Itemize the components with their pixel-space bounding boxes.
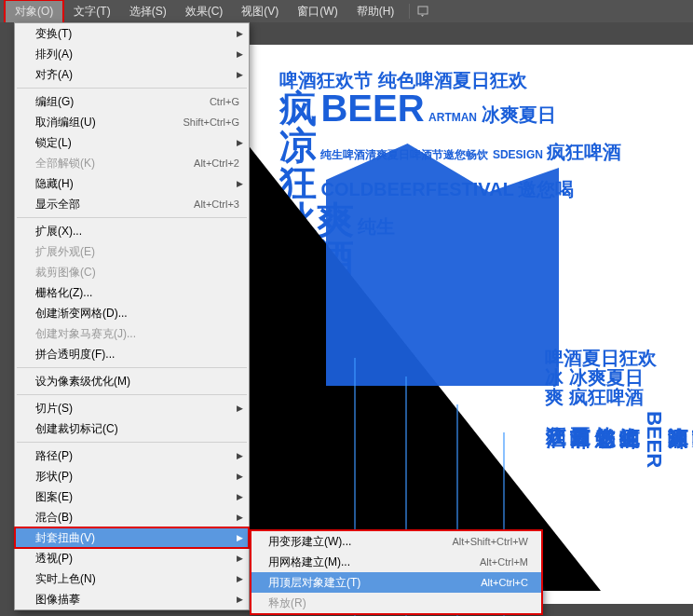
submenu-arrow-icon: ▶ xyxy=(237,29,243,38)
menu-item-blend[interactable]: 混合(B)▶ xyxy=(15,507,249,527)
menubar-effect[interactable]: 效果(C) xyxy=(176,1,233,22)
menu-item-expand[interactable]: 扩展(X)... xyxy=(15,221,249,241)
menu-item-crop-image: 裁剪图像(C) xyxy=(15,262,249,282)
menu-item-release: 释放(R) xyxy=(251,593,541,613)
submenu-arrow-icon: ▶ xyxy=(237,513,243,522)
submenu-arrow-icon: ▶ xyxy=(237,492,243,501)
menubar-window[interactable]: 窗口(W) xyxy=(288,1,346,22)
menu-item-align[interactable]: 对齐(A)▶ xyxy=(15,64,249,85)
menu-item-pattern[interactable]: 图案(E)▶ xyxy=(15,486,249,507)
menu-item-show-all[interactable]: 显示全部Alt+Ctrl+3 xyxy=(15,194,249,214)
menu-item-flatten[interactable]: 拼合透明度(F)... xyxy=(15,344,249,364)
poster-artwork-side: 啤酒夏日狂欢 冰 冰爽夏日 爽 疯狂啤酒 酒狂欢 啤酒节夏日 邀您畅饮 纯生啤酒… xyxy=(545,349,693,616)
menu-item-mosaic: 创建对象马赛克(J)... xyxy=(15,323,249,344)
menu-item-crop-marks[interactable]: 创建裁切标记(C) xyxy=(15,418,249,439)
menu-object: 变换(T)▶ 排列(A)▶ 对齐(A)▶ 编组(G)Ctrl+G 取消编组(U)… xyxy=(14,22,250,610)
submenu-arrow-icon: ▶ xyxy=(237,595,243,604)
menu-separator xyxy=(17,367,247,368)
submenu-arrow-icon: ▶ xyxy=(237,554,243,563)
poster-vertical-columns: 酒狂欢 啤酒节夏日 邀您畅饮 纯生啤酒 BEER 冰爽啤酒 爽啤酒节 CRAZY… xyxy=(545,411,693,539)
poster-text: 狂 COLDBEERFESTIVAL 邀您喝 xyxy=(279,164,661,201)
menu-item-group[interactable]: 编组(G)Ctrl+G xyxy=(15,91,249,112)
submenu-arrow-icon: ▶ xyxy=(237,533,243,542)
submenu-arrow-icon: ▶ xyxy=(237,70,243,79)
submenu-arrow-icon: ▶ xyxy=(237,179,243,188)
menu-item-hide[interactable]: 隐藏(H)▶ xyxy=(15,173,249,194)
submenu-arrow-icon: ▶ xyxy=(237,472,243,481)
menu-item-expand-appearance: 扩展外观(E) xyxy=(15,241,249,262)
menu-separator xyxy=(17,217,247,218)
poster-text: 疯 BEER ARTMAN 冰爽夏日 xyxy=(279,89,661,127)
menu-separator xyxy=(17,442,247,443)
menu-item-envelope-distort[interactable]: 封套扭曲(V)▶ xyxy=(15,527,249,548)
submenu-arrow-icon: ▶ xyxy=(237,49,243,59)
menu-item-image-trace[interactable]: 图像描摹▶ xyxy=(15,589,249,609)
poster-text: 冰爽 纯生 xyxy=(279,201,661,239)
menubar-object[interactable]: 对象(O) xyxy=(4,0,64,24)
menu-item-arrange[interactable]: 排列(A)▶ xyxy=(15,44,249,64)
menu-item-rasterize[interactable]: 栅格化(Z)... xyxy=(15,282,249,303)
menu-item-gradient-mesh[interactable]: 创建渐变网格(D)... xyxy=(15,303,249,323)
menubar-divider xyxy=(409,4,410,19)
menu-item-make-with-mesh[interactable]: 用网格建立(M)...Alt+Ctrl+M xyxy=(251,552,541,572)
menu-item-lock[interactable]: 锁定(L)▶ xyxy=(15,132,249,153)
menu-item-transform[interactable]: 变换(T)▶ xyxy=(15,23,249,44)
workspace-switcher-icon[interactable] xyxy=(415,5,434,18)
menu-separator xyxy=(17,88,247,89)
app-menubar: 对象(O) 文字(T) 选择(S) 效果(C) 视图(V) 窗口(W) 帮助(H… xyxy=(0,0,693,22)
svg-rect-0 xyxy=(418,7,428,14)
submenu-envelope-distort: 用变形建立(W)...Alt+Shift+Ctrl+W 用网格建立(M)...A… xyxy=(250,529,543,615)
menu-item-make-with-top-object[interactable]: 用顶层对象建立(T)Alt+Ctrl+C xyxy=(251,572,541,593)
submenu-arrow-icon: ▶ xyxy=(237,451,243,460)
submenu-arrow-icon: ▶ xyxy=(237,404,243,413)
menubar-type[interactable]: 文字(T) xyxy=(64,1,119,22)
menu-item-slice[interactable]: 切片(S)▶ xyxy=(15,398,249,418)
poster-text: 冰 冰爽夏日 xyxy=(545,368,693,388)
submenu-arrow-icon: ▶ xyxy=(237,574,243,583)
menu-item-shape[interactable]: 形状(P)▶ xyxy=(15,466,249,486)
menu-item-perspective[interactable]: 透视(P)▶ xyxy=(15,548,249,568)
poster-text: 啤酒夏日狂欢 xyxy=(545,349,693,368)
menu-item-live-paint[interactable]: 实时上色(N)▶ xyxy=(15,568,249,589)
poster-text: 凉 纯生啤酒清爽夏日啤酒节邀您畅饮 SDESIGN 疯狂啤酒 xyxy=(279,127,661,164)
menubar-view[interactable]: 视图(V) xyxy=(232,1,288,22)
poster-text: 啤酒狂欢节 纯色啤酒夏日狂欢 xyxy=(279,71,661,89)
menu-item-ungroup[interactable]: 取消编组(U)Shift+Ctrl+G xyxy=(15,112,249,132)
submenu-arrow-icon: ▶ xyxy=(237,138,243,147)
menu-item-pixel-perfect[interactable]: 设为像素级优化(M) xyxy=(15,371,249,391)
menu-item-make-with-warp[interactable]: 用变形建立(W)...Alt+Shift+Ctrl+W xyxy=(251,531,541,552)
menubar-help[interactable]: 帮助(H) xyxy=(347,1,404,22)
menu-separator xyxy=(17,394,247,395)
menubar-select[interactable]: 选择(S) xyxy=(120,1,176,22)
menu-item-path[interactable]: 路径(P)▶ xyxy=(15,445,249,466)
poster-text: 爽 疯狂啤酒 xyxy=(545,388,693,407)
menu-item-unlock-all: 全部解锁(K)Alt+Ctrl+2 xyxy=(15,153,249,173)
